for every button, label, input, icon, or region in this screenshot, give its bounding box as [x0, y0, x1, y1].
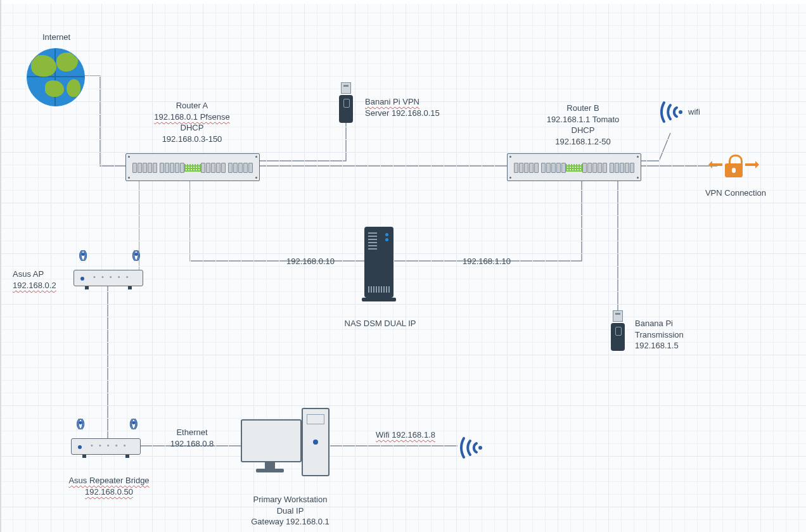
nas-ip-left: 192.168.0.10 [272, 256, 349, 267]
router-b-title: Router B [532, 103, 634, 114]
diagram-canvas[interactable]: Internet Router A 192.168.0.1 Pfsense DH… [0, 0, 806, 532]
nas-label: NAS DSM DUAL IP [336, 318, 425, 329]
wifi-icon [457, 432, 485, 460]
banani-pi-vpn-usb-icon[interactable] [339, 82, 353, 123]
asus-ap-label: Asus AP 192.168.0.2 [13, 269, 76, 291]
router-a-switch-icon[interactable] [125, 153, 260, 181]
banana-pi-transmission-label: Banana Pi Transmission 192.168.1.5 [635, 318, 711, 352]
ethernet-link-label: Ethernet 192.168.0.8 [157, 427, 227, 449]
nas-ip-right: 192.168.1.10 [449, 256, 525, 267]
workstation-label: Primary Workstation Dual IP Gateway 192.… [240, 494, 341, 528]
vpn-connection-label: VPN Connection [701, 187, 771, 199]
nas-server-icon[interactable] [364, 227, 393, 298]
asus-repeater-router-icon[interactable]: ((•))((•)) [71, 417, 141, 455]
banani-pi-vpn-label: Banani Pi VPN Server 192.168.0.15 [365, 96, 460, 118]
wifi-link-label: Wifi 192.168.1.8 [361, 429, 450, 441]
wifi-icon [658, 96, 686, 124]
router-a-label: Router A 192.168.0.1 Pfsense DHCP 192.16… [138, 100, 246, 144]
wifi-label: wifi [688, 106, 713, 118]
router-a-title: Router A [138, 100, 246, 111]
router-b-label: Router B 192.168.1.1 Tomato DHCP 192.168… [532, 103, 634, 147]
router-b-switch-icon[interactable] [507, 153, 641, 181]
internet-label: Internet [28, 32, 85, 43]
banana-pi-transmission-usb-icon[interactable] [611, 310, 625, 351]
workstation-icon[interactable] [241, 408, 329, 484]
svg-point-1 [478, 446, 482, 450]
asus-ap-router-icon[interactable]: ((•))((•)) [74, 248, 143, 286]
internet-globe-icon[interactable] [27, 48, 85, 106]
vpn-connection-icon[interactable] [715, 149, 753, 185]
svg-point-0 [679, 110, 682, 114]
asus-repeater-label: Asus Repeater Bridge 192.168.0.50 [58, 475, 160, 497]
